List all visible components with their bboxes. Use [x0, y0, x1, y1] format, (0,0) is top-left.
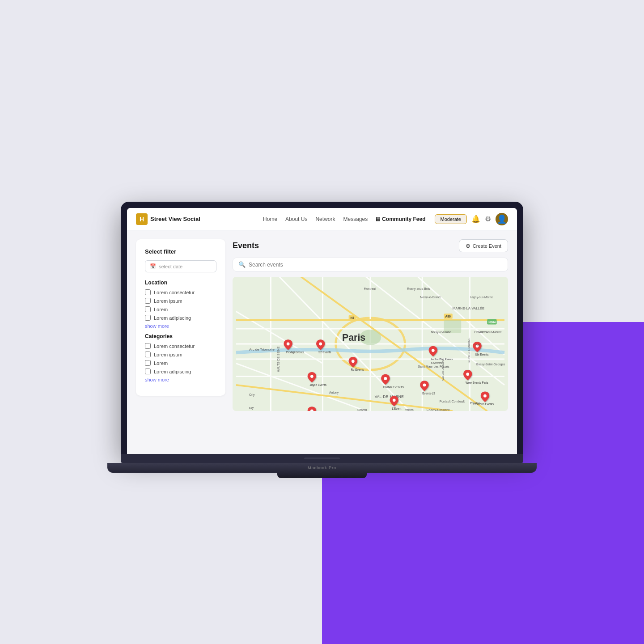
location-checkbox-3[interactable]	[145, 306, 151, 312]
search-icon: 🔍	[238, 261, 246, 268]
svg-text:Prodigi Events: Prodigi Events	[286, 351, 304, 354]
bell-button[interactable]: 🔔	[471, 215, 480, 223]
map-container[interactable]: Paris HAUTS-DE-SEINE VAL-DE-MARNE SEINE-…	[233, 277, 508, 411]
location-checkbox-1[interactable]	[145, 289, 151, 295]
nav-about[interactable]: About Us	[285, 216, 307, 222]
brand-logo: H	[136, 213, 148, 225]
category-label-1: Lorem consectetur	[154, 343, 195, 349]
events-title: Events	[233, 241, 259, 250]
location-item-3: Lorem	[145, 306, 216, 312]
location-item-1: Lorem consectetur	[145, 289, 216, 295]
svg-text:Joyce Events: Joyce Events	[310, 383, 326, 387]
location-checkbox-4[interactable]	[145, 315, 151, 321]
user-avatar[interactable]: 👤	[496, 213, 508, 225]
avatar-image: 👤	[497, 214, 507, 224]
search-bar: 🔍	[233, 258, 508, 271]
laptop-stand	[277, 473, 367, 478]
svg-text:A86: A86	[445, 315, 451, 318]
nav-actions: Moderate 🔔 ⚙ 👤	[435, 213, 508, 225]
date-select[interactable]: 📅 select date	[145, 260, 216, 272]
category-item-4: Lorem adipiscing	[145, 369, 216, 374]
map-svg: Paris HAUTS-DE-SEINE VAL-DE-MARNE SEINE-…	[233, 277, 508, 411]
category-checkbox-2[interactable]	[145, 352, 151, 357]
svg-point-47	[432, 349, 435, 352]
gear-icon: ⚙	[485, 215, 491, 223]
svg-text:N3: N3	[350, 316, 354, 319]
categories-show-more[interactable]: show more	[145, 377, 216, 382]
create-event-button[interactable]: ⊕ Create Event	[459, 239, 508, 252]
events-panel: Events ⊕ Create Event 🔍	[233, 239, 508, 445]
svg-text:Rd Events: Rd Events	[351, 368, 364, 371]
location-checkbox-2[interactable]	[145, 298, 151, 304]
location-show-more[interactable]: show more	[145, 323, 216, 329]
svg-point-35	[423, 384, 426, 387]
svg-text:Noisy-le-Grand: Noisy-le-Grand	[420, 296, 441, 299]
category-checkbox-1[interactable]	[145, 343, 151, 349]
nav-network[interactable]: Network	[315, 216, 335, 222]
svg-point-29	[352, 360, 355, 363]
svg-text:HAUTS-DE-SEINE: HAUTS-DE-SEINE	[277, 346, 280, 372]
category-label-3: Lorem	[154, 360, 168, 366]
filter-sidebar: Select filter 📅 select date Location Lor…	[136, 239, 225, 396]
svg-point-39	[483, 394, 487, 398]
navbar: H Street View Social Home About Us Netwo…	[127, 208, 517, 230]
svg-text:Presles-: Presles-	[470, 402, 481, 405]
svg-point-27	[319, 343, 322, 346]
settings-button[interactable]: ⚙	[485, 215, 491, 223]
laptop-screen: H Street View Social Home About Us Netwo…	[121, 202, 523, 454]
svg-text:Toro: Toro	[474, 343, 480, 347]
category-checkbox-4[interactable]	[145, 369, 151, 374]
svg-text:Rosny-sous-Bois: Rosny-sous-Bois	[407, 287, 430, 291]
svg-text:S2 Events: S2 Events	[318, 351, 331, 354]
location-item-2: Lorem ipsum	[145, 298, 216, 304]
nav-links: Home About Us Network Messages Community…	[263, 216, 425, 222]
svg-text:ssy: ssy	[249, 406, 254, 410]
svg-text:Le RoofTop Events: Le RoofTop Events	[431, 358, 453, 360]
svg-text:Chevry-Cossigny: Chevry-Cossigny	[427, 408, 450, 411]
moderate-button[interactable]: Moderate	[435, 214, 467, 224]
screen-content: H Street View Social Home About Us Netwo…	[127, 208, 517, 454]
svg-text:Noisy-le-Grand: Noisy-le-Grand	[431, 330, 451, 334]
laptop-wrapper: H Street View Social Home About Us Netwo…	[107, 202, 537, 478]
svg-text:Orly: Orly	[249, 393, 255, 397]
search-input[interactable]	[249, 262, 502, 268]
svg-text:SEINE-ET-MARNE: SEINE-ET-MARNE	[467, 338, 470, 364]
plus-circle-icon: ⊕	[466, 242, 470, 249]
location-label-3: Lorem	[154, 307, 168, 312]
svg-text:MARNE-LA-VALLÉE: MARNE-LA-VALLÉE	[453, 306, 484, 310]
laptop-bottom: Macbook Pro	[107, 463, 537, 473]
calendar-icon: 📅	[150, 263, 156, 269]
svg-text:Bussy-Saint-Georges: Bussy-Saint-Georges	[476, 363, 505, 366]
svg-text:Servon: Servon	[357, 408, 367, 411]
create-event-label: Create Event	[473, 243, 501, 249]
category-item-3: Lorem	[145, 360, 216, 366]
nav-community-feed[interactable]: Community Feed	[376, 216, 425, 222]
svg-text:& Meetings: & Meetings	[431, 361, 444, 364]
category-label-4: Lorem adipiscing	[154, 369, 191, 374]
svg-text:DRINK EVENTS: DRINK EVENTS	[383, 386, 404, 389]
svg-text:Arc de Triomphe: Arc de Triomphe	[249, 347, 275, 352]
svg-text:Events-LS: Events-LS	[422, 392, 435, 395]
bell-icon: 🔔	[471, 215, 480, 223]
laptop-label: Macbook Pro	[308, 466, 336, 470]
svg-text:Wow Events Paris: Wow Events Paris	[466, 381, 488, 384]
categories-title: Categories	[145, 333, 216, 339]
category-label-2: Lorem ipsum	[154, 352, 182, 357]
nav-messages[interactable]: Messages	[343, 216, 368, 222]
svg-text:L'Event: L'Event	[392, 407, 401, 410]
date-placeholder: select date	[159, 264, 182, 269]
svg-text:Saint-Maur-des-Fossés: Saint-Maur-des-Fossés	[418, 365, 449, 368]
svg-text:Montreuil: Montreuil	[364, 287, 376, 290]
svg-point-37	[466, 373, 469, 376]
brand-name: Street View Social	[150, 216, 200, 222]
svg-point-52	[393, 398, 396, 402]
svg-point-33	[384, 377, 387, 380]
category-checkbox-3[interactable]	[145, 360, 151, 366]
map-city-label: Paris	[342, 332, 365, 343]
category-item-2: Lorem ipsum	[145, 352, 216, 357]
filter-title: Select filter	[145, 248, 216, 255]
nav-home[interactable]: Home	[263, 216, 277, 222]
location-label-4: Lorem adipiscing	[154, 315, 191, 321]
laptop-base	[121, 454, 523, 463]
svg-text:Pontault-Combault: Pontault-Combault	[440, 400, 465, 403]
